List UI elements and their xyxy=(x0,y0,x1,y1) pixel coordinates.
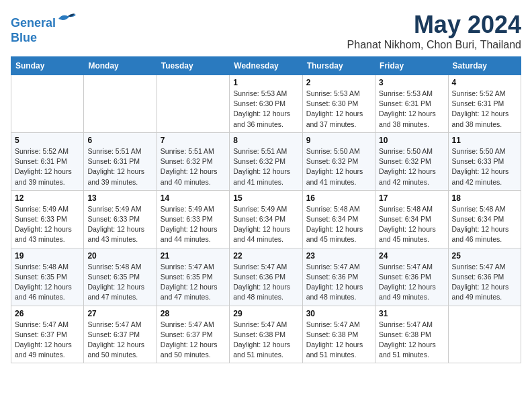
calendar-cell: 8Sunrise: 5:51 AMSunset: 6:32 PMDaylight… xyxy=(230,132,302,190)
header-sunday: Sunday xyxy=(11,57,84,75)
day-number: 22 xyxy=(233,251,298,261)
header-thursday: Thursday xyxy=(302,57,375,75)
day-info: Sunrise: 5:49 AMSunset: 6:33 PMDaylight:… xyxy=(161,204,226,245)
day-number: 8 xyxy=(233,136,298,145)
calendar-cell xyxy=(157,75,229,133)
day-info: Sunrise: 5:50 AMSunset: 6:32 PMDaylight:… xyxy=(306,146,371,187)
day-info: Sunrise: 5:48 AMSunset: 6:34 PMDaylight:… xyxy=(379,204,444,245)
day-info: Sunrise: 5:51 AMSunset: 6:32 PMDaylight:… xyxy=(161,146,226,187)
day-info: Sunrise: 5:47 AMSunset: 6:38 PMDaylight:… xyxy=(233,320,298,361)
header-monday: Monday xyxy=(84,57,157,75)
calendar-cell: 20Sunrise: 5:48 AMSunset: 6:35 PMDayligh… xyxy=(84,248,157,306)
calendar-cell: 15Sunrise: 5:49 AMSunset: 6:34 PMDayligh… xyxy=(230,190,302,248)
calendar-cell: 9Sunrise: 5:50 AMSunset: 6:32 PMDaylight… xyxy=(302,132,375,190)
logo: General Blue xyxy=(11,11,77,45)
calendar-cell: 11Sunrise: 5:50 AMSunset: 6:33 PMDayligh… xyxy=(448,132,521,190)
day-info: Sunrise: 5:47 AMSunset: 6:37 PMDaylight:… xyxy=(161,320,226,361)
day-info: Sunrise: 5:49 AMSunset: 6:34 PMDaylight:… xyxy=(233,204,298,245)
page-header: General Blue May 2024 Phanat Nikhom, Cho… xyxy=(11,11,521,51)
day-number: 15 xyxy=(233,193,298,203)
calendar-cell: 21Sunrise: 5:47 AMSunset: 6:35 PMDayligh… xyxy=(157,248,229,306)
day-number: 14 xyxy=(161,193,226,203)
calendar-cell: 5Sunrise: 5:52 AMSunset: 6:31 PMDaylight… xyxy=(11,132,84,190)
day-info: Sunrise: 5:51 AMSunset: 6:31 PMDaylight:… xyxy=(87,146,152,187)
day-info: Sunrise: 5:47 AMSunset: 6:38 PMDaylight:… xyxy=(379,320,444,361)
calendar-cell: 27Sunrise: 5:47 AMSunset: 6:37 PMDayligh… xyxy=(84,306,157,363)
day-info: Sunrise: 5:53 AMSunset: 6:30 PMDaylight:… xyxy=(306,89,371,130)
day-number: 30 xyxy=(306,309,371,318)
calendar-cell: 19Sunrise: 5:48 AMSunset: 6:35 PMDayligh… xyxy=(11,248,84,306)
day-info: Sunrise: 5:47 AMSunset: 6:36 PMDaylight:… xyxy=(306,262,371,303)
day-info: Sunrise: 5:47 AMSunset: 6:36 PMDaylight:… xyxy=(452,262,517,303)
header-tuesday: Tuesday xyxy=(157,57,229,75)
calendar-cell: 7Sunrise: 5:51 AMSunset: 6:32 PMDaylight… xyxy=(157,132,229,190)
day-number: 11 xyxy=(452,136,517,145)
day-number: 31 xyxy=(379,309,444,318)
day-number: 13 xyxy=(87,193,152,203)
day-info: Sunrise: 5:47 AMSunset: 6:35 PMDaylight:… xyxy=(161,262,226,303)
day-info: Sunrise: 5:47 AMSunset: 6:36 PMDaylight:… xyxy=(379,262,444,303)
calendar-cell: 2Sunrise: 5:53 AMSunset: 6:30 PMDaylight… xyxy=(302,75,375,133)
header-friday: Friday xyxy=(375,57,448,75)
calendar-week-row: 12Sunrise: 5:49 AMSunset: 6:33 PMDayligh… xyxy=(11,190,521,248)
calendar-week-row: 26Sunrise: 5:47 AMSunset: 6:37 PMDayligh… xyxy=(11,306,521,363)
logo-text: General Blue xyxy=(11,11,77,45)
day-number: 9 xyxy=(306,136,371,145)
calendar-cell: 1Sunrise: 5:53 AMSunset: 6:30 PMDaylight… xyxy=(230,75,302,133)
calendar-cell: 6Sunrise: 5:51 AMSunset: 6:31 PMDaylight… xyxy=(84,132,157,190)
day-number: 21 xyxy=(161,251,226,261)
day-info: Sunrise: 5:47 AMSunset: 6:36 PMDaylight:… xyxy=(233,262,298,303)
calendar-cell: 24Sunrise: 5:47 AMSunset: 6:36 PMDayligh… xyxy=(375,248,448,306)
calendar-cell: 28Sunrise: 5:47 AMSunset: 6:37 PMDayligh… xyxy=(157,306,229,363)
calendar-cell xyxy=(11,75,84,133)
day-info: Sunrise: 5:47 AMSunset: 6:37 PMDaylight:… xyxy=(15,320,80,361)
calendar-header-row: SundayMondayTuesdayWednesdayThursdayFrid… xyxy=(11,57,521,75)
day-number: 12 xyxy=(15,193,80,203)
calendar-cell: 10Sunrise: 5:50 AMSunset: 6:32 PMDayligh… xyxy=(375,132,448,190)
calendar-cell: 26Sunrise: 5:47 AMSunset: 6:37 PMDayligh… xyxy=(11,306,84,363)
calendar-cell: 29Sunrise: 5:47 AMSunset: 6:38 PMDayligh… xyxy=(230,306,302,363)
calendar-cell: 17Sunrise: 5:48 AMSunset: 6:34 PMDayligh… xyxy=(375,190,448,248)
day-info: Sunrise: 5:52 AMSunset: 6:31 PMDaylight:… xyxy=(15,146,80,187)
day-number: 18 xyxy=(452,193,517,203)
calendar-cell: 23Sunrise: 5:47 AMSunset: 6:36 PMDayligh… xyxy=(302,248,375,306)
day-info: Sunrise: 5:50 AMSunset: 6:33 PMDaylight:… xyxy=(452,146,517,187)
calendar-table: SundayMondayTuesdayWednesdayThursdayFrid… xyxy=(11,56,521,363)
day-number: 1 xyxy=(233,78,298,87)
day-info: Sunrise: 5:49 AMSunset: 6:33 PMDaylight:… xyxy=(15,204,80,245)
calendar-cell: 13Sunrise: 5:49 AMSunset: 6:33 PMDayligh… xyxy=(84,190,157,248)
day-number: 2 xyxy=(306,78,371,87)
day-info: Sunrise: 5:52 AMSunset: 6:31 PMDaylight:… xyxy=(452,89,517,130)
day-number: 3 xyxy=(379,78,444,87)
logo-bird-icon xyxy=(57,11,77,27)
day-info: Sunrise: 5:50 AMSunset: 6:32 PMDaylight:… xyxy=(379,146,444,187)
day-number: 20 xyxy=(87,251,152,261)
calendar-cell: 25Sunrise: 5:47 AMSunset: 6:36 PMDayligh… xyxy=(448,248,521,306)
day-info: Sunrise: 5:47 AMSunset: 6:38 PMDaylight:… xyxy=(306,320,371,361)
location-subtitle: Phanat Nikhom, Chon Buri, Thailand xyxy=(347,39,521,51)
day-info: Sunrise: 5:49 AMSunset: 6:33 PMDaylight:… xyxy=(87,204,152,245)
day-number: 27 xyxy=(87,309,152,318)
calendar-cell: 22Sunrise: 5:47 AMSunset: 6:36 PMDayligh… xyxy=(230,248,302,306)
day-info: Sunrise: 5:48 AMSunset: 6:34 PMDaylight:… xyxy=(306,204,371,245)
day-number: 4 xyxy=(452,78,517,87)
day-number: 26 xyxy=(15,309,80,318)
day-number: 10 xyxy=(379,136,444,145)
day-number: 24 xyxy=(379,251,444,261)
calendar-cell xyxy=(448,306,521,363)
day-info: Sunrise: 5:47 AMSunset: 6:37 PMDaylight:… xyxy=(87,320,152,361)
month-title: May 2024 xyxy=(347,11,521,39)
day-info: Sunrise: 5:53 AMSunset: 6:31 PMDaylight:… xyxy=(379,89,444,130)
calendar-cell: 4Sunrise: 5:52 AMSunset: 6:31 PMDaylight… xyxy=(448,75,521,133)
calendar-cell xyxy=(84,75,157,133)
calendar-cell: 12Sunrise: 5:49 AMSunset: 6:33 PMDayligh… xyxy=(11,190,84,248)
day-number: 6 xyxy=(87,136,152,145)
header-saturday: Saturday xyxy=(448,57,521,75)
calendar-week-row: 5Sunrise: 5:52 AMSunset: 6:31 PMDaylight… xyxy=(11,132,521,190)
calendar-week-row: 19Sunrise: 5:48 AMSunset: 6:35 PMDayligh… xyxy=(11,248,521,306)
day-info: Sunrise: 5:51 AMSunset: 6:32 PMDaylight:… xyxy=(233,146,298,187)
header-wednesday: Wednesday xyxy=(230,57,302,75)
calendar-cell: 3Sunrise: 5:53 AMSunset: 6:31 PMDaylight… xyxy=(375,75,448,133)
day-info: Sunrise: 5:48 AMSunset: 6:35 PMDaylight:… xyxy=(15,262,80,303)
calendar-cell: 30Sunrise: 5:47 AMSunset: 6:38 PMDayligh… xyxy=(302,306,375,363)
